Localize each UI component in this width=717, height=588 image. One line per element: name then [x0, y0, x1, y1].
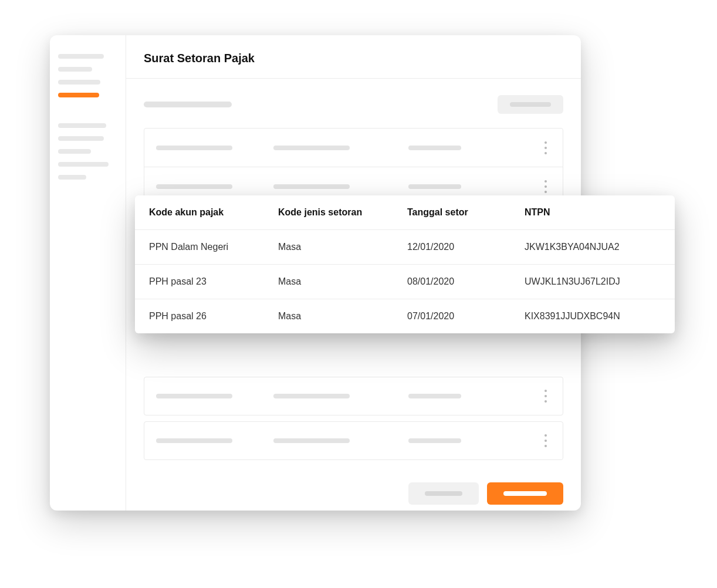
toolbar-label-placeholder — [144, 102, 232, 107]
toolbar — [126, 79, 581, 128]
cell-ntpn: KIX8391JJUDXBC94N — [525, 311, 661, 322]
overlay-header-row: Kode akun pajak Kode jenis setoran Tangg… — [135, 195, 675, 230]
list-item[interactable] — [144, 421, 563, 460]
cell-kode-jenis-setoran: Masa — [278, 311, 407, 322]
kebab-menu-icon[interactable] — [540, 390, 551, 403]
cell-ntpn: UWJKL1N3UJ67L2IDJ — [525, 276, 661, 287]
cell-placeholder — [156, 184, 232, 189]
actions — [126, 466, 581, 511]
cell-placeholder — [408, 146, 461, 150]
list-item[interactable] — [144, 377, 563, 415]
cell-placeholder — [156, 438, 232, 443]
sidebar-item[interactable] — [58, 175, 86, 180]
cell-ntpn: JKW1K3BYA04NJUA2 — [525, 242, 661, 252]
list-item[interactable] — [144, 129, 563, 167]
cell-kode-akun-pajak: PPH pasal 23 — [149, 276, 278, 287]
cell-placeholder — [273, 394, 350, 398]
sidebar-item-active[interactable] — [58, 93, 99, 97]
toolbar-action-button[interactable] — [498, 95, 563, 114]
toolbar-action-label-placeholder — [510, 102, 551, 107]
cell-kode-akun-pajak: PPH pasal 26 — [149, 311, 278, 322]
overlay-row[interactable]: PPH pasal 26 Masa 07/01/2020 KIX8391JJUD… — [135, 299, 675, 333]
col-header-kode-akun-pajak: Kode akun pajak — [149, 207, 278, 218]
sidebar-item[interactable] — [58, 136, 104, 141]
sidebar-item[interactable] — [58, 80, 100, 85]
cell-placeholder — [408, 438, 461, 443]
secondary-button[interactable] — [408, 482, 479, 505]
sidebar-item[interactable] — [58, 149, 91, 154]
header: Surat Setoran Pajak — [126, 35, 581, 79]
overlay-row[interactable]: PPH pasal 23 Masa 08/01/2020 UWJKL1N3UJ6… — [135, 265, 675, 299]
cell-kode-akun-pajak: PPN Dalam Negeri — [149, 242, 278, 252]
cell-kode-jenis-setoran: Masa — [278, 242, 407, 252]
kebab-menu-icon[interactable] — [540, 141, 551, 154]
col-header-ntpn: NTPN — [525, 207, 661, 218]
cell-tanggal-setor: 08/01/2020 — [407, 276, 525, 287]
cell-placeholder — [156, 146, 232, 150]
cell-tanggal-setor: 12/01/2020 — [407, 242, 525, 252]
cell-kode-jenis-setoran: Masa — [278, 276, 407, 287]
sidebar — [50, 35, 126, 511]
col-header-kode-jenis-setoran: Kode jenis setoran — [278, 207, 407, 218]
col-header-tanggal-setor: Tanggal setor — [407, 207, 525, 218]
sidebar-item[interactable] — [58, 54, 104, 59]
overlay-table: Kode akun pajak Kode jenis setoran Tangg… — [135, 195, 675, 333]
cell-placeholder — [273, 184, 350, 189]
overlay-row[interactable]: PPN Dalam Negeri Masa 12/01/2020 JKW1K3B… — [135, 230, 675, 265]
button-label-placeholder — [425, 491, 462, 496]
sidebar-item[interactable] — [58, 123, 106, 128]
button-label-placeholder — [503, 491, 547, 496]
page-title: Surat Setoran Pajak — [144, 52, 563, 65]
primary-button[interactable] — [487, 482, 563, 505]
cell-placeholder — [408, 394, 461, 398]
cell-tanggal-setor: 07/01/2020 — [407, 311, 525, 322]
cell-placeholder — [273, 146, 350, 150]
cell-placeholder — [156, 394, 232, 398]
cell-placeholder — [408, 184, 461, 189]
sidebar-item[interactable] — [58, 67, 92, 72]
kebab-menu-icon[interactable] — [540, 180, 551, 193]
cell-placeholder — [273, 438, 350, 443]
sidebar-item[interactable] — [58, 162, 109, 167]
list-group — [144, 128, 563, 207]
kebab-menu-icon[interactable] — [540, 434, 551, 447]
